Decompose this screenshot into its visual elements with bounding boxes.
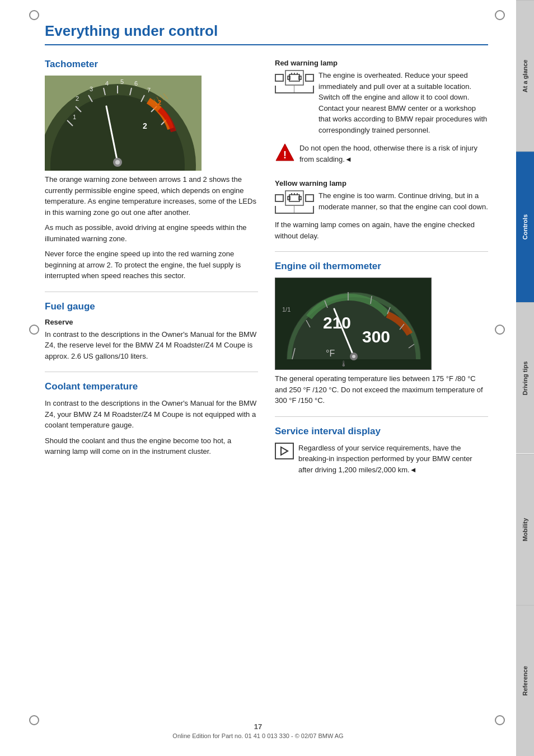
left-column: Tachometer — [45, 59, 258, 490]
hazard-note: Do not open the hood, otherwise there is… — [299, 143, 488, 165]
coolant-title: Coolant temperature — [45, 381, 258, 392]
fuel-gauge-title: Fuel gauge — [45, 301, 258, 312]
sidebar-tab-driving-tips[interactable]: Driving tips — [516, 302, 534, 453]
svg-text:2: 2 — [76, 95, 79, 102]
coolant-body1: In contrast to the descriptions in the O… — [45, 398, 258, 431]
page-number: 17 — [0, 722, 516, 731]
sidebar-tab-reference[interactable]: Reference — [516, 605, 534, 756]
service-interval-section: Service interval display Regardless of y… — [275, 426, 488, 480]
tachometer-image: 1 2 3 4 5 6 7 2 2 — [45, 76, 202, 171]
svg-text:4: 4 — [105, 80, 109, 87]
two-col-layout: Tachometer — [45, 59, 488, 490]
svg-marker-61 — [281, 447, 288, 455]
coolant-section: Coolant temperature In contrast to the d… — [45, 381, 258, 457]
page-title: Everything under control — [45, 22, 488, 45]
engine-warning-icon-red — [285, 70, 304, 86]
tachometer-section: Tachometer — [45, 59, 258, 281]
service-interval-icon — [275, 443, 294, 459]
engine-oil-body1: The general operating temperature lies b… — [275, 373, 488, 406]
svg-text:5: 5 — [120, 78, 124, 85]
page-container: At a glance Controls Driving tips Mobili… — [0, 0, 534, 756]
svg-text:🌡: 🌡 — [340, 359, 348, 368]
sidebar-tab-controls[interactable]: Controls — [516, 151, 534, 302]
svg-text:3: 3 — [90, 86, 93, 92]
sidebar: At a glance Controls Driving tips Mobili… — [516, 0, 534, 756]
corner-mark-mid-left — [29, 325, 39, 335]
yellow-warning-icon-row: The engine is too warm. Continue driving… — [275, 190, 488, 217]
engine-oil-image: 210 300 °F 1/1 — [275, 278, 432, 370]
divider-4 — [275, 416, 488, 417]
corner-mark-mid-right — [495, 325, 505, 335]
svg-text:6: 6 — [134, 80, 138, 87]
svg-text:!: ! — [283, 149, 287, 161]
engine-warning-icon-yellow — [285, 190, 304, 206]
yellow-warning-title: Yellow warning lamp — [275, 179, 488, 187]
divider-2 — [45, 372, 258, 372]
tachometer-body2: As much as possible, avoid driving at en… — [45, 222, 258, 244]
reserve-title: Reserve — [45, 318, 258, 326]
fuel-gauge-section: Fuel gauge Reserve In contrast to the de… — [45, 301, 258, 362]
svg-rect-29 — [289, 74, 299, 81]
sidebar-tab-at-a-glance[interactable]: At a glance — [516, 0, 534, 151]
svg-rect-30 — [288, 76, 290, 79]
oil-thermometer-svg: 210 300 °F 1/1 — [275, 278, 432, 370]
tachometer-body1: The orange warning zone between arrows 1… — [45, 174, 258, 218]
svg-text:1/1: 1/1 — [282, 306, 291, 313]
corner-mark-tl — [29, 10, 39, 20]
footer-text: Online Edition for Part no. 01 41 0 013 … — [172, 732, 343, 739]
svg-rect-39 — [288, 196, 290, 200]
svg-text:7: 7 — [147, 87, 151, 93]
service-icon-row: Regardless of your service requirements,… — [275, 443, 488, 480]
divider-3 — [275, 251, 488, 252]
svg-rect-37 — [285, 191, 303, 205]
svg-text:°F: °F — [326, 349, 335, 358]
engine-oil-title: Engine oil thermometer — [275, 261, 488, 272]
svg-text:1: 1 — [73, 114, 76, 120]
corner-mark-tr — [495, 10, 505, 20]
engine-oil-section: Engine oil thermometer — [275, 261, 488, 406]
svg-rect-38 — [289, 195, 299, 201]
svg-rect-28 — [285, 71, 303, 85]
hazard-icon: ! — [275, 143, 295, 163]
yellow-warning-body2: If the warning lamp comes on again, have… — [275, 219, 488, 241]
tachometer-title: Tachometer — [45, 59, 258, 70]
yellow-warning-body1: The engine is too warm. Continue driving… — [318, 190, 488, 212]
svg-point-14 — [115, 160, 120, 165]
red-warning-body1: The engine is overheated. Reduce your sp… — [318, 70, 488, 135]
page-footer: 17 Online Edition for Part no. 01 41 0 0… — [0, 722, 516, 739]
reserve-body: In contrast to the descriptions in the O… — [45, 329, 258, 362]
hazard-triangle-svg: ! — [275, 143, 295, 163]
tachometer-body3: Never force the engine speed up into the… — [45, 248, 258, 281]
yellow-warning-section: Yellow warning lamp — [275, 179, 488, 241]
service-interval-title: Service interval display — [275, 426, 488, 437]
sidebar-tab-mobility[interactable]: Mobility — [516, 454, 534, 605]
right-column: Red warning lamp — [275, 59, 488, 490]
red-warning-section: Red warning lamp — [275, 59, 488, 169]
svg-text:300: 300 — [362, 327, 390, 346]
svg-rect-31 — [299, 76, 301, 79]
main-content: Everything under control Tachometer — [0, 0, 516, 756]
red-warning-icon-row: The engine is overheated. Reduce your sp… — [275, 70, 488, 140]
hazard-box: ! Do not open the hood, otherwise there … — [275, 143, 488, 169]
divider-1 — [45, 292, 258, 292]
service-play-icon — [279, 445, 290, 457]
tachometer-svg: 1 2 3 4 5 6 7 2 2 — [45, 76, 202, 171]
service-interval-body1: Regardless of your service requirements,… — [298, 443, 488, 476]
svg-rect-40 — [299, 196, 301, 200]
red-warning-title: Red warning lamp — [275, 59, 488, 67]
svg-text:2: 2 — [143, 121, 147, 130]
coolant-body2: Should the coolant and thus the engine b… — [45, 435, 258, 457]
svg-point-59 — [352, 355, 355, 358]
